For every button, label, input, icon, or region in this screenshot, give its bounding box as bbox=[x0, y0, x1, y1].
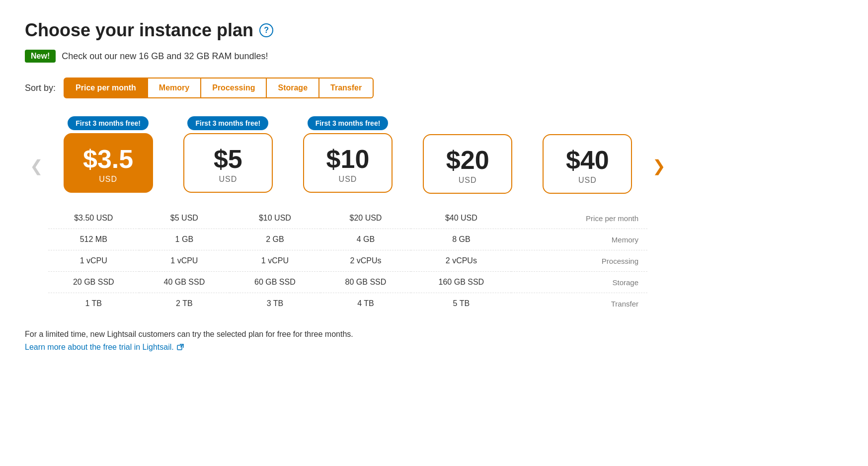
label-storage: Storage bbox=[511, 272, 647, 293]
plan-card-20[interactable]: $20 USD bbox=[423, 134, 512, 194]
transfer-10: 3 TB bbox=[230, 293, 320, 314]
memory-40: 8 GB bbox=[411, 229, 511, 250]
footer-link-text: Learn more about the free trial in Light… bbox=[25, 343, 174, 352]
storage-20: 80 GB SSD bbox=[320, 272, 411, 293]
plan-currency-40: USD bbox=[552, 176, 623, 185]
memory-20: 4 GB bbox=[320, 229, 411, 250]
plan-col-10: First 3 months free! $10 USD bbox=[288, 116, 407, 194]
proc-20: 2 vCPUs bbox=[320, 250, 411, 272]
transfer-20: 4 TB bbox=[320, 293, 411, 314]
label-transfer: Transfer bbox=[511, 293, 647, 314]
row-storage: 20 GB SSD 40 GB SSD 60 GB SSD 80 GB SSD … bbox=[48, 272, 647, 293]
footer-link[interactable]: Learn more about the free trial in Light… bbox=[25, 343, 184, 352]
memory-10: 2 GB bbox=[230, 229, 320, 250]
sort-memory-button[interactable]: Memory bbox=[148, 78, 201, 98]
next-arrow[interactable]: ❯ bbox=[647, 116, 671, 216]
plan-col-40: $40 USD bbox=[528, 116, 647, 194]
new-badge: New! bbox=[25, 50, 56, 63]
footer-text: For a limited time, new Lightsail custom… bbox=[25, 330, 671, 339]
row-price: $3.50 USD $5 USD $10 USD $20 USD $40 USD… bbox=[48, 208, 647, 229]
plan-currency-5: USD bbox=[192, 175, 264, 184]
price-350: $3.50 USD bbox=[48, 208, 139, 229]
external-link-icon bbox=[177, 344, 184, 351]
transfer-40: 5 TB bbox=[411, 293, 511, 314]
footer: For a limited time, new Lightsail custom… bbox=[25, 330, 671, 352]
label-memory: Memory bbox=[511, 229, 647, 250]
storage-350: 20 GB SSD bbox=[48, 272, 139, 293]
sort-label: Sort by: bbox=[25, 83, 56, 93]
page-title: Choose your instance plan ? bbox=[25, 20, 671, 41]
sort-row: Sort by: Price per month Memory Processi… bbox=[25, 78, 671, 98]
proc-5: 1 vCPU bbox=[139, 250, 230, 272]
plan-price-5: $5 bbox=[192, 146, 264, 172]
transfer-5: 2 TB bbox=[139, 293, 230, 314]
price-40: $40 USD bbox=[411, 208, 511, 229]
plan-price-350: $3.5 bbox=[73, 146, 144, 172]
storage-40: 160 GB SSD bbox=[411, 272, 511, 293]
label-price: Price per month bbox=[511, 208, 647, 229]
sort-buttons: Price per month Memory Processing Storag… bbox=[64, 78, 374, 98]
plan-col-20: $20 USD bbox=[408, 116, 528, 194]
plan-card-5[interactable]: $5 USD bbox=[183, 133, 273, 193]
memory-350: 512 MB bbox=[48, 229, 139, 250]
free-badge-5: First 3 months free! bbox=[187, 116, 268, 130]
new-banner: New! Check out our new 16 GB and 32 GB R… bbox=[25, 50, 671, 63]
plan-cards-row: First 3 months free! $3.5 USD First 3 mo… bbox=[48, 116, 647, 194]
price-20: $20 USD bbox=[320, 208, 411, 229]
memory-5: 1 GB bbox=[139, 229, 230, 250]
new-message: Check out our new 16 GB and 32 GB RAM bu… bbox=[62, 51, 268, 62]
plan-col-350: First 3 months free! $3.5 USD bbox=[48, 116, 168, 194]
transfer-350: 1 TB bbox=[48, 293, 139, 314]
plans-wrapper: ❮ First 3 months free! $3.5 USD First 3 … bbox=[25, 116, 671, 314]
sort-processing-button[interactable]: Processing bbox=[201, 78, 267, 98]
help-icon[interactable]: ? bbox=[259, 23, 273, 37]
free-badge-350: First 3 months free! bbox=[68, 116, 149, 130]
proc-40: 2 vCPUs bbox=[411, 250, 511, 272]
plan-price-20: $20 bbox=[432, 147, 503, 173]
plan-currency-10: USD bbox=[312, 175, 384, 184]
storage-10: 60 GB SSD bbox=[230, 272, 320, 293]
plan-currency-20: USD bbox=[432, 176, 503, 185]
plan-price-40: $40 bbox=[552, 147, 623, 173]
proc-10: 1 vCPU bbox=[230, 250, 320, 272]
plans-grid: First 3 months free! $3.5 USD First 3 mo… bbox=[48, 116, 647, 314]
proc-350: 1 vCPU bbox=[48, 250, 139, 272]
row-memory: 512 MB 1 GB 2 GB 4 GB 8 GB Memory bbox=[48, 229, 647, 250]
plan-card-40[interactable]: $40 USD bbox=[543, 134, 632, 194]
plan-col-5: First 3 months free! $5 USD bbox=[168, 116, 288, 194]
sort-transfer-button[interactable]: Transfer bbox=[319, 78, 374, 98]
price-10: $10 USD bbox=[230, 208, 320, 229]
row-transfer: 1 TB 2 TB 3 TB 4 TB 5 TB Transfer bbox=[48, 293, 647, 314]
label-processing: Processing bbox=[511, 250, 647, 272]
storage-5: 40 GB SSD bbox=[139, 272, 230, 293]
sort-price-button[interactable]: Price per month bbox=[64, 78, 148, 98]
title-text: Choose your instance plan bbox=[25, 20, 253, 41]
plan-data-table: $3.50 USD $5 USD $10 USD $20 USD $40 USD… bbox=[48, 208, 647, 314]
free-badge-10: First 3 months free! bbox=[308, 116, 389, 130]
prev-arrow[interactable]: ❮ bbox=[25, 116, 48, 216]
sort-storage-button[interactable]: Storage bbox=[267, 78, 319, 98]
plan-card-350[interactable]: $3.5 USD bbox=[64, 133, 153, 193]
plan-currency-350: USD bbox=[73, 175, 144, 184]
row-processing: 1 vCPU 1 vCPU 1 vCPU 2 vCPUs 2 vCPUs Pro… bbox=[48, 250, 647, 272]
plan-price-10: $10 bbox=[312, 146, 384, 172]
plan-card-10[interactable]: $10 USD bbox=[303, 133, 393, 193]
price-5: $5 USD bbox=[139, 208, 230, 229]
